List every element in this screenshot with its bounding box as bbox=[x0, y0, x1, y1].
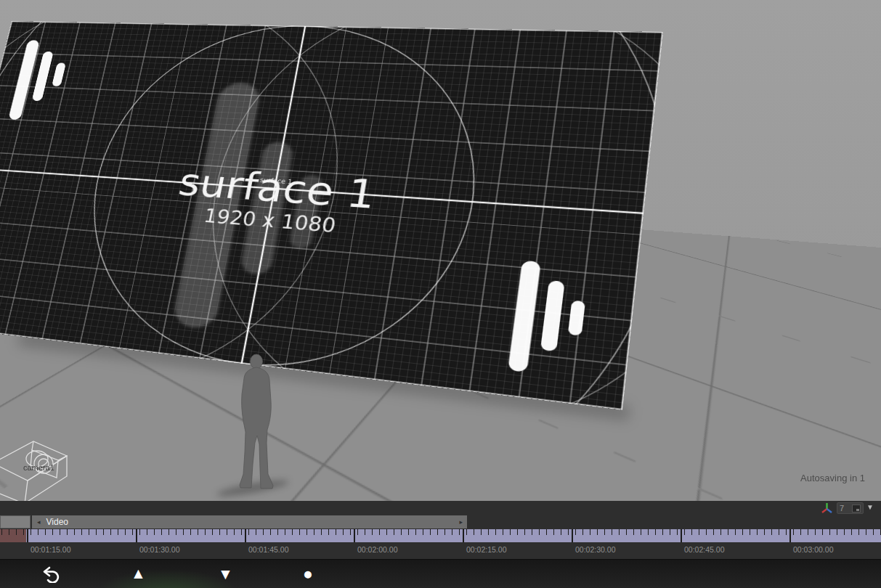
human-figure[interactable] bbox=[232, 354, 283, 493]
ruler-minor-tick bbox=[582, 529, 583, 535]
ruler-minor-tick bbox=[321, 529, 322, 535]
ruler-minor-tick bbox=[633, 529, 634, 535]
ruler-minor-tick bbox=[815, 529, 816, 535]
ruler-minor-tick bbox=[626, 529, 627, 535]
ruler-minor-tick bbox=[597, 529, 598, 535]
display-mini-icon bbox=[852, 505, 861, 513]
ruler-minor-tick bbox=[292, 529, 293, 535]
ruler-minor-tick bbox=[575, 529, 576, 535]
ruler-minor-tick bbox=[23, 529, 24, 535]
ruler-major-tick bbox=[572, 529, 573, 542]
ruler-minor-tick bbox=[474, 529, 474, 535]
ruler-minor-tick bbox=[771, 529, 772, 535]
ruler-minor-tick bbox=[866, 529, 866, 535]
layer-count-box[interactable]: 7 bbox=[837, 502, 864, 514]
ruler-minor-tick bbox=[742, 529, 743, 535]
ruler-minor-tick bbox=[662, 529, 663, 535]
ruler-minor-tick bbox=[328, 529, 329, 535]
timecode-label: 00:01:45.00 bbox=[248, 545, 288, 554]
ruler-minor-tick bbox=[481, 529, 482, 535]
ruler-minor-tick bbox=[394, 529, 394, 535]
ruler-minor-tick bbox=[851, 529, 852, 535]
ruler-minor-tick bbox=[619, 529, 620, 535]
played-region bbox=[0, 529, 26, 542]
ruler-minor-tick bbox=[503, 529, 503, 535]
ruler-minor-tick bbox=[38, 529, 38, 535]
track-collapse-left-icon[interactable]: ◂ bbox=[37, 519, 41, 526]
ruler-minor-tick bbox=[459, 529, 460, 535]
stage-application-window: surface 1 surface 1 1920 x 1080 bbox=[0, 0, 881, 588]
viewport-3d[interactable]: surface 1 surface 1 1920 x 1080 bbox=[0, 0, 881, 501]
timecode-label: 00:02:15.00 bbox=[466, 545, 506, 554]
ruler-minor-tick bbox=[190, 529, 191, 535]
ruler-minor-tick bbox=[219, 529, 220, 535]
ruler-minor-tick bbox=[423, 529, 423, 535]
ruler-minor-tick bbox=[466, 529, 467, 535]
timecode-label: 00:03:00.00 bbox=[793, 545, 833, 554]
transport-bar: ▲ ▼ ● vcblade 144 23:32:05 bbox=[0, 559, 881, 588]
ruler-minor-tick bbox=[1, 529, 2, 535]
ruler-minor-tick bbox=[139, 529, 140, 535]
axis-gizmo-icon[interactable] bbox=[821, 502, 833, 514]
ruler-major-tick bbox=[27, 529, 28, 542]
layer-count: 7 bbox=[840, 505, 844, 513]
ruler-minor-tick bbox=[81, 529, 82, 535]
ruler-major-tick bbox=[354, 529, 355, 542]
ruler-minor-tick bbox=[176, 529, 176, 535]
ruler-major-tick bbox=[463, 529, 464, 542]
track-expand-right-icon[interactable]: ▸ bbox=[459, 519, 463, 526]
autosave-countdown: Autosaving in 1 bbox=[800, 473, 865, 483]
ruler-minor-tick bbox=[793, 529, 794, 535]
previous-section-button[interactable]: ▲ bbox=[131, 565, 146, 582]
ruler-minor-tick bbox=[241, 529, 242, 535]
timeline-dropdown-icon[interactable]: ▼ bbox=[866, 503, 874, 511]
ruler-minor-tick bbox=[9, 529, 9, 535]
ruler-minor-tick bbox=[764, 529, 765, 535]
ruler-minor-tick bbox=[118, 529, 118, 535]
timecode-label: 00:02:45.00 bbox=[684, 545, 724, 554]
timeline-toolbar: 7 ▼ bbox=[0, 501, 881, 515]
ruler-minor-tick bbox=[212, 529, 213, 535]
ruler-minor-tick bbox=[750, 529, 750, 535]
ruler-minor-tick bbox=[379, 529, 380, 535]
ruler-minor-tick bbox=[299, 529, 300, 535]
ruler-minor-tick bbox=[365, 529, 365, 535]
ruler-minor-tick bbox=[110, 529, 111, 535]
ruler-minor-tick bbox=[60, 529, 60, 535]
video-track[interactable]: ◂ Video ▸ bbox=[32, 515, 467, 528]
timecode-label: 00:01:15.00 bbox=[31, 545, 70, 554]
stop-button[interactable]: ● bbox=[303, 565, 313, 582]
camera-label: camera1 bbox=[23, 463, 54, 472]
ruler-minor-tick bbox=[74, 529, 75, 535]
ruler-minor-tick bbox=[720, 529, 721, 535]
track-header-box[interactable] bbox=[0, 515, 31, 528]
ruler-minor-tick bbox=[147, 529, 147, 535]
timecode-ruler[interactable] bbox=[0, 529, 881, 542]
return-to-start-button[interactable] bbox=[42, 565, 61, 583]
ruler-minor-tick bbox=[641, 529, 641, 535]
ruler-minor-tick bbox=[314, 529, 314, 535]
ruler-minor-tick bbox=[728, 529, 728, 535]
ruler-minor-tick bbox=[132, 529, 133, 535]
track-row: ◂ Video ▸ bbox=[0, 515, 881, 529]
ruler-minor-tick bbox=[532, 529, 532, 535]
ruler-minor-tick bbox=[277, 529, 278, 535]
ruler-minor-tick bbox=[16, 529, 17, 535]
ruler-minor-tick bbox=[524, 529, 525, 535]
ruler-minor-tick bbox=[444, 529, 445, 535]
ruler-minor-tick bbox=[270, 529, 271, 535]
ruler-minor-tick bbox=[822, 529, 823, 535]
ruler-minor-tick bbox=[183, 529, 184, 535]
ruler-minor-tick bbox=[488, 529, 489, 535]
camera-object[interactable]: camera1 bbox=[0, 431, 100, 501]
ruler-minor-tick bbox=[31, 529, 31, 535]
ruler-minor-tick bbox=[227, 529, 227, 535]
ruler-minor-tick bbox=[357, 529, 358, 535]
ruler-minor-tick bbox=[561, 529, 561, 535]
ruler-minor-tick bbox=[808, 529, 808, 535]
ruler-minor-tick bbox=[844, 529, 845, 535]
ruler-minor-tick bbox=[858, 529, 859, 535]
ruler-minor-tick bbox=[539, 529, 540, 535]
timecode-label: 00:02:30.00 bbox=[575, 545, 615, 554]
next-section-button[interactable]: ▼ bbox=[218, 565, 233, 583]
